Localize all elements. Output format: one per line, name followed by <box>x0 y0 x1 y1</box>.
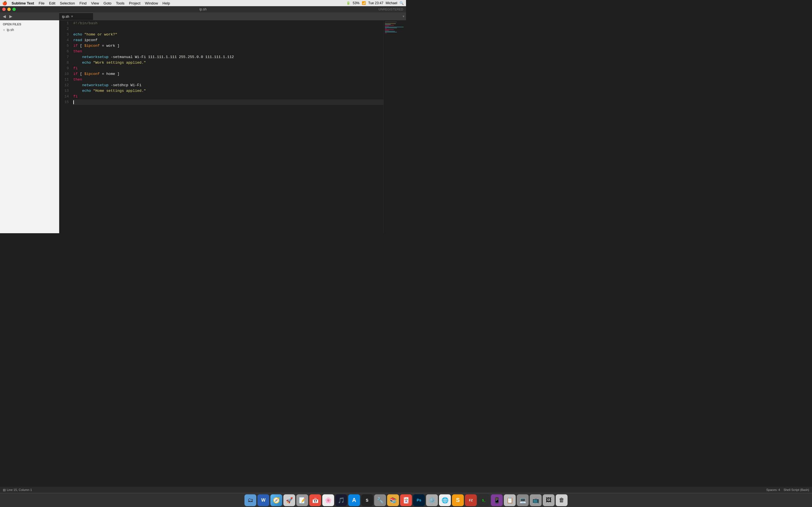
sidebar-nav: ◀ ▶ <box>0 13 59 19</box>
menu-find[interactable]: Find <box>80 1 87 5</box>
minimap-line-6 <box>385 26 389 26</box>
line-num-11: 11 <box>59 77 69 82</box>
code-line-13: echo "Home settings applied." <box>73 88 384 94</box>
line-num-1: 1 <box>59 20 69 26</box>
apple-menu[interactable]: 🍎 <box>2 1 7 5</box>
menu-project[interactable]: Project <box>129 1 140 5</box>
code-line-12: networksetup -setdhcp Wi-Fi <box>73 82 384 88</box>
menubar: 🍎 Sublime Text File Edit Selection Find … <box>0 0 406 6</box>
sidebar-file-ip-sh[interactable]: ✕ ip.sh <box>0 27 59 33</box>
battery-percent: 53% <box>353 1 359 5</box>
editor[interactable]: 1 2 3 4 5 6 7 8 9 10 11 12 13 14 15 #!/b… <box>59 20 406 233</box>
code-line-15 <box>73 100 384 105</box>
minimap-line-3 <box>385 23 396 24</box>
search-icon[interactable]: 🔍 <box>400 1 404 5</box>
nav-back[interactable]: ◀ <box>2 13 7 19</box>
minimap-line-13 <box>385 32 397 33</box>
code-line-3: echo "home or work?" <box>73 32 384 38</box>
minimap-line-7 <box>385 27 404 27</box>
menubar-left: 🍎 Sublime Text File Edit Selection Find … <box>2 1 170 5</box>
minimap-line-1 <box>385 22 397 22</box>
line-num-4: 4 <box>59 38 69 43</box>
code-line-7: networksetup -setmanual Wi-Fi 111.111.1.… <box>73 54 384 60</box>
minimap-line-11 <box>385 30 389 31</box>
code-line-4: read ipconf <box>73 38 384 43</box>
line-num-6: 6 <box>59 49 69 54</box>
window-title: ip.sh <box>199 7 206 11</box>
tab-label: ip.sh <box>62 15 69 18</box>
menubar-right: 🔋 53% 📶 Tue 23:47 Michael 🔍 <box>346 1 404 5</box>
menu-tools[interactable]: Tools <box>116 1 124 5</box>
battery-icon: 🔋 <box>346 1 350 5</box>
nav-forward[interactable]: ▶ <box>8 13 13 19</box>
clock: Tue 23:47 <box>368 1 384 5</box>
minimap-line-9 <box>385 29 387 29</box>
line-num-7: 7 <box>59 54 69 60</box>
code-line-14: fi <box>73 94 384 100</box>
close-button[interactable] <box>2 8 6 11</box>
tab-dropdown[interactable]: ▾ <box>403 14 404 18</box>
code-line-5: if [ $ipconf = work ] <box>73 43 384 49</box>
line-num-3: 3 <box>59 32 69 38</box>
titlebar: ip.sh UNREGISTERED <box>0 6 406 12</box>
sidebar-filename: ip.sh <box>7 28 14 32</box>
editor-content: 1 2 3 4 5 6 7 8 9 10 11 12 13 14 15 #!/b… <box>59 20 406 233</box>
minimap <box>384 20 406 233</box>
menu-view[interactable]: View <box>91 1 99 5</box>
minimap-line-2 <box>385 22 386 23</box>
line-numbers: 1 2 3 4 5 6 7 8 9 10 11 12 13 14 15 <box>59 20 71 233</box>
wifi-icon: 📶 <box>362 1 366 5</box>
menu-help[interactable]: Help <box>162 1 170 5</box>
code-line-8: echo "Work settings applied." <box>73 60 384 66</box>
menu-goto[interactable]: Goto <box>103 1 111 5</box>
line-num-9: 9 <box>59 66 69 71</box>
username: Michael <box>386 1 397 5</box>
code-area[interactable]: #!/bin/bash echo "home or work?" read ip… <box>71 20 384 233</box>
traffic-lights <box>2 8 16 11</box>
text-cursor <box>73 100 74 104</box>
menu-edit[interactable]: Edit <box>49 1 55 5</box>
unregistered-label: UNREGISTERED <box>378 8 403 11</box>
tabbar: ◀ ▶ ip.sh ✕ ▾ <box>0 12 406 20</box>
maximize-button[interactable] <box>12 8 16 11</box>
menu-selection[interactable]: Selection <box>60 1 75 5</box>
minimap-line-14 <box>385 33 387 33</box>
line-num-10: 10 <box>59 71 69 77</box>
line-num-14: 14 <box>59 94 69 100</box>
menu-window[interactable]: Window <box>145 1 158 5</box>
line-num-13: 13 <box>59 88 69 94</box>
code-line-10: if [ $ipconf = home ] <box>73 71 384 77</box>
line-num-5: 5 <box>59 43 69 49</box>
sidebar: Open Files ✕ ip.sh <box>0 20 59 233</box>
sidebar-file-close[interactable]: ✕ <box>3 29 5 32</box>
minimap-line-12 <box>385 31 395 32</box>
app-name[interactable]: Sublime Text <box>11 1 34 5</box>
sidebar-header: Open Files <box>0 20 59 27</box>
main-layout: Open Files ✕ ip.sh 1 2 3 4 5 6 7 8 9 10 … <box>0 20 406 233</box>
minimap-line-10 <box>385 29 394 30</box>
tab-close-button[interactable]: ✕ <box>71 15 73 18</box>
line-num-12: 12 <box>59 82 69 88</box>
code-line-9: fi <box>73 66 384 71</box>
line-num-8: 8 <box>59 60 69 66</box>
minimap-line-5 <box>385 25 394 25</box>
code-line-1: #!/bin/bash <box>73 20 384 26</box>
code-line-6: then <box>73 49 384 54</box>
tab-ip-sh[interactable]: ip.sh ✕ <box>59 13 93 20</box>
line-num-15: 15 <box>59 100 69 105</box>
minimap-line-8 <box>385 27 397 28</box>
code-line-2 <box>73 26 384 32</box>
minimap-line-4 <box>385 24 391 25</box>
code-line-11: then <box>73 77 384 82</box>
line-num-2: 2 <box>59 26 69 32</box>
menu-file[interactable]: File <box>39 1 45 5</box>
minimize-button[interactable] <box>7 8 11 11</box>
